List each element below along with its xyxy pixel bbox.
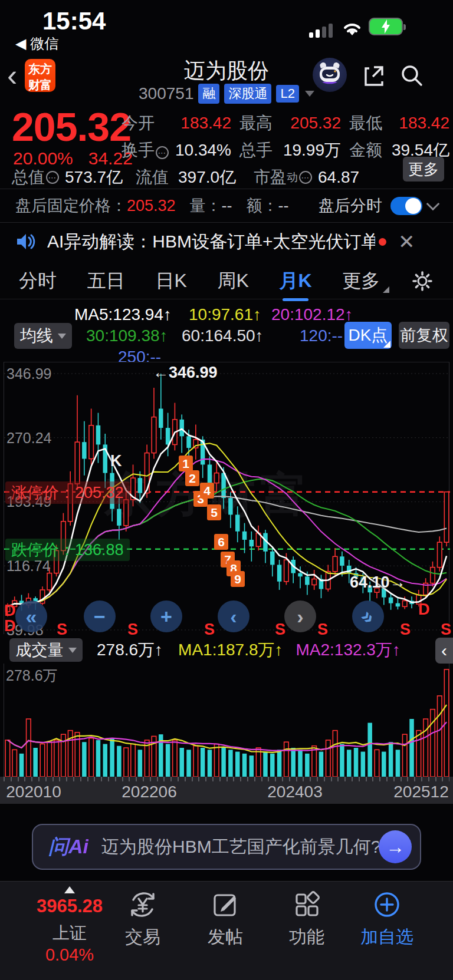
chevron-down-icon[interactable] bbox=[426, 197, 440, 211]
speaker-icon bbox=[15, 232, 37, 252]
share-icon[interactable] bbox=[361, 62, 387, 88]
zoom-out-button[interactable]: − bbox=[84, 600, 116, 632]
ma-settings-button[interactable]: 均线 bbox=[14, 323, 72, 349]
nav-add-watchlist[interactable]: 加自选 bbox=[346, 886, 428, 949]
ai-submit-button[interactable]: → bbox=[379, 830, 412, 863]
ma20-value: 20:102.12↑ bbox=[271, 305, 353, 324]
grid-icon bbox=[291, 889, 322, 920]
tab-more[interactable]: 更多 bbox=[342, 268, 380, 294]
expand-button[interactable]: » bbox=[352, 600, 384, 632]
event-badge[interactable]: 6 bbox=[214, 534, 228, 550]
ma10-value: 10:97.61↑ bbox=[189, 305, 261, 324]
pan-right-button[interactable]: › bbox=[284, 600, 316, 632]
d-point-marker: D bbox=[418, 600, 430, 619]
ask-ai-bar[interactable]: 问Ai 迈为股份HBM工艺国产化前景几何? → bbox=[32, 824, 421, 870]
ai-news-ticker[interactable]: AI异动解读：HBM设备订单+太空光伏订单+半导... ✕ bbox=[0, 223, 453, 260]
index-pct: 0.04% bbox=[45, 945, 94, 964]
volume-indicator-button[interactable]: 成交量 bbox=[9, 638, 83, 662]
szconnect-badge: 深股通 bbox=[224, 84, 271, 104]
quote-row-2: 换手⋯10.34% 总手19.99万 金额39.54亿 bbox=[122, 139, 449, 161]
time-axis: 202010202206202403202512 bbox=[0, 777, 453, 804]
back-to-app-link[interactable]: ◀ 微信 bbox=[15, 34, 58, 53]
chart-period-tabs: 分时 五日 日K 周K 月K 更多 bbox=[0, 263, 453, 299]
zoom-out-fast-button[interactable]: « bbox=[15, 600, 47, 632]
ai-question-text: 迈为股份HBM工艺国产化前景几何? bbox=[101, 835, 379, 859]
volume-current: 278.6万↑ bbox=[97, 639, 163, 661]
quote-row-3: 总值⋯573.7亿 流值397.0亿 市盈动⋯64.87 bbox=[12, 166, 389, 189]
event-badge[interactable]: 9 bbox=[231, 571, 245, 587]
low-annotation: 64.10→ bbox=[350, 573, 406, 592]
clock: 15:54 bbox=[42, 7, 106, 35]
info-icon: ⋯ bbox=[299, 171, 312, 184]
event-badge[interactable]: 2 bbox=[185, 470, 199, 486]
margin-badge: 融 bbox=[198, 84, 219, 104]
pan-left-button[interactable]: ‹ bbox=[218, 600, 250, 632]
x-axis-label: 202403 bbox=[267, 783, 322, 801]
ticker-text: AI异动解读：HBM设备订单+太空光伏订单+半导... bbox=[47, 230, 375, 254]
search-icon[interactable] bbox=[399, 62, 425, 88]
d-point-marker: D bbox=[4, 617, 16, 635]
trade-yuan-icon bbox=[127, 889, 158, 920]
triangle-up-icon bbox=[64, 886, 75, 893]
event-badge[interactable]: 1 bbox=[179, 456, 193, 471]
cell-signal-icon bbox=[309, 24, 333, 38]
tab-5day[interactable]: 五日 bbox=[87, 268, 125, 294]
add-circle-icon bbox=[372, 889, 402, 920]
peak-annotation: ←346.99 bbox=[153, 364, 218, 382]
tab-daily[interactable]: 日K bbox=[155, 268, 186, 294]
kline-chart[interactable]: 东方财富 346.99270.24193.49116.7439.98涨停价：20… bbox=[4, 362, 449, 634]
x-axis-label: 202010 bbox=[6, 783, 61, 801]
price-change: 20.00%34.22 bbox=[13, 149, 133, 169]
zoom-in-button[interactable]: + bbox=[150, 600, 182, 632]
more-button[interactable]: 更多 bbox=[403, 157, 444, 182]
gear-icon[interactable] bbox=[411, 269, 434, 293]
ask-ai-logo: 问Ai bbox=[48, 833, 88, 860]
triangle-down-icon bbox=[68, 648, 77, 653]
volume-ma1: MA1:187.8万↑ bbox=[178, 639, 283, 661]
triangle-down-icon bbox=[58, 334, 66, 339]
volume-header: 成交量 278.6万↑ MA1:187.8万↑ MA2:132.3万↑ bbox=[0, 636, 453, 664]
y-axis-label: 346.99 bbox=[6, 365, 51, 382]
stock-code: 300751 bbox=[139, 84, 193, 103]
close-icon[interactable]: ✕ bbox=[398, 230, 415, 253]
tab-monthly[interactable]: 月K bbox=[279, 268, 311, 294]
ma120-value: 120:-- bbox=[300, 326, 343, 345]
limit-down-label: 跌停价：136.88 bbox=[5, 539, 130, 561]
battery-charging-icon bbox=[369, 18, 403, 35]
nav-features[interactable]: 功能 bbox=[265, 886, 348, 949]
afterhours-toggle[interactable] bbox=[390, 197, 422, 215]
volume-canvas bbox=[4, 664, 450, 777]
app-screen: 15:54 ◀ 微信 ‹ 东方财富 迈为股份 300751 融 深股通 L2 bbox=[0, 0, 453, 980]
nav-post[interactable]: 发帖 bbox=[184, 886, 267, 949]
ma5-value: MA5:123.94↑ bbox=[74, 305, 172, 324]
x-axis-label: 202206 bbox=[122, 783, 176, 801]
tab-weekly[interactable]: 周K bbox=[217, 268, 248, 294]
kline-overlay: 346.99270.24193.49116.7439.98涨停价：205.32跌… bbox=[4, 362, 450, 635]
x-axis-label: 202512 bbox=[393, 783, 448, 801]
unread-dot bbox=[379, 238, 386, 246]
k-point-marker: K bbox=[110, 452, 122, 470]
volume-chart[interactable] bbox=[4, 664, 449, 777]
y-axis-label: 270.24 bbox=[6, 430, 51, 447]
event-badge[interactable]: 4 bbox=[200, 483, 214, 499]
ma-values-panel: MA5:123.94↑ 10:97.61↑ 20:102.12↑ 均线 30:1… bbox=[0, 299, 453, 362]
bottom-nav: 3965.28 上证 0.04% 交易 发帖 bbox=[0, 881, 453, 980]
index-name: 上证 bbox=[52, 923, 87, 942]
nav-index[interactable]: 3965.28 上证 0.04% bbox=[28, 886, 111, 965]
limit-up-label: 涨停价：205.32 bbox=[5, 481, 130, 504]
quote-row-1: 今开183.42 最高205.32 最低183.42 bbox=[122, 112, 449, 134]
ma60-value: 60:164.50↑ bbox=[182, 326, 264, 345]
panel-expander[interactable]: ‹ bbox=[435, 638, 453, 664]
l2-badge: L2 bbox=[276, 85, 298, 103]
nav-trade[interactable]: 交易 bbox=[101, 886, 184, 949]
tab-minute[interactable]: 分时 bbox=[19, 268, 57, 294]
ma30-value: 30:109.38↑ bbox=[86, 326, 168, 345]
index-value: 3965.28 bbox=[28, 896, 111, 917]
event-badge[interactable]: 5 bbox=[207, 504, 221, 520]
info-icon: ⋯ bbox=[46, 171, 59, 184]
dk-points-button[interactable]: DK点 bbox=[344, 322, 392, 349]
adjust-mode-button[interactable]: 前复权 bbox=[399, 322, 449, 349]
compose-icon bbox=[210, 889, 241, 920]
ai-assistant-avatar[interactable] bbox=[313, 58, 347, 92]
wifi-icon bbox=[341, 20, 363, 38]
